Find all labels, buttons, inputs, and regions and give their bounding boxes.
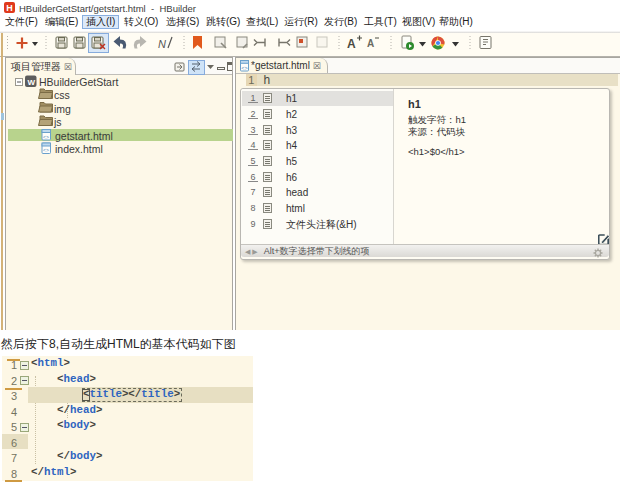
svg-text:A: A <box>367 38 374 49</box>
svg-text:<>: <> <box>241 65 247 71</box>
svg-text:<>: <> <box>43 134 49 140</box>
svg-text:W: W <box>28 78 36 87</box>
svg-text:A: A <box>347 37 356 51</box>
svg-text:N: N <box>158 38 166 50</box>
svg-text:<>: <> <box>43 147 49 153</box>
